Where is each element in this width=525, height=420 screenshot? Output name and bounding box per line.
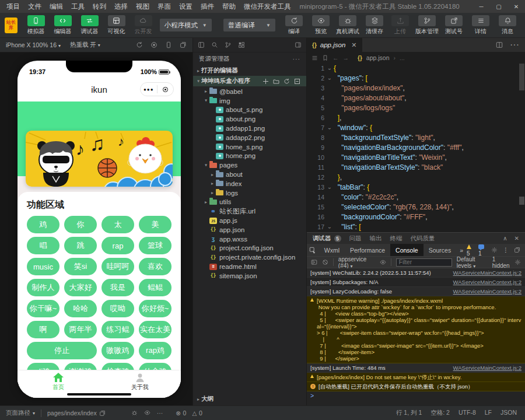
undock-icon[interactable] [514,247,520,253]
code-line[interactable]: 1›{ [307,64,525,74]
code-line[interactable]: 11 "navigationBarTextStyle": "black" [307,163,525,173]
menu-item[interactable]: 设置 [175,2,197,11]
tree-item-logs[interactable]: ▸logs [193,188,306,198]
menu-item[interactable]: 帮助 [218,2,240,11]
menu-item[interactable]: 编辑 [46,2,67,11]
editor-scrollbar[interactable] [519,64,524,90]
tree-item-addapp1.png[interactable]: ▸addapp1.png [193,124,306,133]
close-button[interactable]: ✕ [508,0,525,13]
app-button-唱[interactable]: 唱 [27,237,60,254]
code-line[interactable]: 4 "pages/about/about", [307,93,525,103]
menu-item[interactable]: 视图 [132,2,153,11]
console-logs[interactable]: [system] WeChatLib: 2.24.2 (2022.5.13 11… [307,268,525,405]
code-line[interactable]: 13› "tabBar": { [307,183,525,192]
breadcrumb-more[interactable]: ... [400,54,405,61]
statusbar-item-空格: 2[interactable]: 空格: 2 [430,409,450,417]
code-line[interactable]: 12 }, [307,173,525,183]
close-panel-icon[interactable]: ✕ [514,235,519,242]
log-levels-select[interactable]: Default levels ▾ [457,256,488,269]
menu-item[interactable]: 项目 [2,2,24,11]
tree-item-about[interactable]: ▸about [193,170,306,179]
copy-icon[interactable] [99,410,106,416]
menu-item[interactable]: 文件 [24,2,46,11]
error-count[interactable]: ⊗0 [176,410,186,416]
more-icon[interactable]: ··· [157,410,163,416]
app-button-笑si[interactable]: 笑si [64,258,97,275]
code-line[interactable]: 17› "list": [ [307,222,525,232]
maximize-button[interactable]: ▢ [490,0,508,13]
tree-item-about_s.png[interactable]: ▸about_s.png [193,106,306,115]
hot-reload-toggle[interactable]: 热重载 开 ▾ [70,41,100,49]
fold-icon[interactable]: › [324,74,334,83]
statusbar-item-JSON[interactable]: JSON [501,409,517,417]
log-source-link[interactable]: WAServiceMainContext.js:2 [453,288,522,295]
preview-eye-icon[interactable] [144,410,150,416]
phone-tab-首页[interactable]: 首页 [18,370,99,393]
tree-item-pages[interactable]: ▸pages [193,160,306,170]
close-tab-icon[interactable]: ✕ [351,41,356,49]
menu-item[interactable]: 界面 [153,2,175,11]
tree-item-project.config.json[interactable]: ▸{}project.config.json [193,244,306,253]
debugger-tab-代码质量[interactable]: 代码质量 [411,235,435,243]
eye-icon[interactable] [380,259,386,265]
restart-icon[interactable] [136,41,143,48]
multi-window-icon[interactable] [180,41,187,48]
fold-icon[interactable]: › [324,183,334,192]
mode-select[interactable]: 小程序模式▼ [160,19,212,32]
forward-arrow-icon[interactable]: → [343,54,349,61]
toolbar-button-layers[interactable]: 清缓存 [362,15,387,36]
compile-mode-select[interactable]: 普通编译▼ [223,19,275,32]
app-button-rap鸡[interactable]: rap鸡 [139,342,172,359]
statusbar-item-UTF-8[interactable]: UTF-8 [459,409,476,417]
kebab-menu-icon[interactable]: ⋮ [503,247,509,253]
breadcrumb-file[interactable]: app.json [366,54,390,61]
app-button-美[interactable]: 美 [139,216,172,233]
code-line[interactable]: 10 "navigationBarTitleText": "Weixin", [307,153,525,163]
git-icon[interactable] [225,41,232,48]
tree-item-img[interactable]: ▸img [193,96,306,106]
app-button-鲲鲲[interactable]: 鲲鲲 [139,279,172,296]
app-button-太[interactable]: 太 [102,216,134,233]
search-icon[interactable] [211,41,218,48]
log-source-link[interactable]: WAServiceMainContext.js:2 [453,270,522,276]
fold-icon[interactable]: › [324,123,334,133]
code-line[interactable]: 9 "navigationBarBackgroundColor": "#fff"… [307,143,525,153]
devtools-tab-Console[interactable]: Console [390,244,424,256]
tree-item-sitemap.json[interactable]: ▸{}sitemap.json [193,271,306,281]
tree-item-project.private.config.json[interactable]: ▸{}project.private.config.json [193,253,306,262]
minimize-button[interactable]: ─ [473,0,490,13]
collapse-panel-icon[interactable]: ∧ [503,235,507,242]
toolbar-button-branch[interactable]: 版本管理 [414,15,440,36]
bookmark-icon[interactable] [322,55,328,61]
tab-app-json[interactable]: {} app.json ✕ [307,38,362,52]
back-arrow-icon[interactable]: ← [332,54,339,61]
record-icon[interactable] [150,41,158,48]
tree-item-app.js[interactable]: ▸JSapp.js [193,216,306,225]
toolbar-button-swap[interactable]: 调试器 [77,15,103,36]
app-button-停止[interactable]: 停止 [27,342,97,359]
toolbar-button-layout[interactable]: 可视化 [104,15,130,36]
warning-count[interactable]: △0 [192,410,202,416]
files-icon[interactable] [198,41,205,48]
app-button-两年半[interactable]: 两年半 [64,321,97,338]
log-source-link[interactable]: WAServiceMainContext.js:2 [453,365,522,371]
split-editor-icon[interactable] [496,41,503,48]
tree-item-index[interactable]: ▸index [193,179,306,188]
menu-item[interactable]: 微信开发者工具 [240,2,295,11]
toolbar-button-bug[interactable]: 真机调试 [335,15,360,36]
debugger-tab-输出[interactable]: 输出 [370,235,382,243]
open-editors-section[interactable]: ▸ 打开的编辑器 [193,65,306,76]
settings-gear-icon[interactable] [491,247,498,253]
menu-item[interactable]: 插件 [197,2,218,11]
page-path-select[interactable]: 页面路径▾ [6,409,35,417]
code-line[interactable]: 5 "pages/logs/logs" [307,103,525,113]
app-button-鸡[interactable]: 鸡 [27,216,60,233]
tree-item-readme.html[interactable]: ▸≡readme.html [193,262,306,271]
more-actions-icon[interactable]: ··· [293,55,301,62]
outline-list-icon[interactable] [312,55,318,61]
tree-item-addapp2.png[interactable]: ▸addapp2.png [193,133,306,142]
devtools-tab-Wxml[interactable]: Wxml [319,244,345,256]
app-button-你好烦~[interactable]: 你好烦~ [139,300,172,317]
app-button-制作人[interactable]: 制作人 [27,279,60,296]
app-button-实在太美[interactable]: 实在太美 [139,321,172,338]
